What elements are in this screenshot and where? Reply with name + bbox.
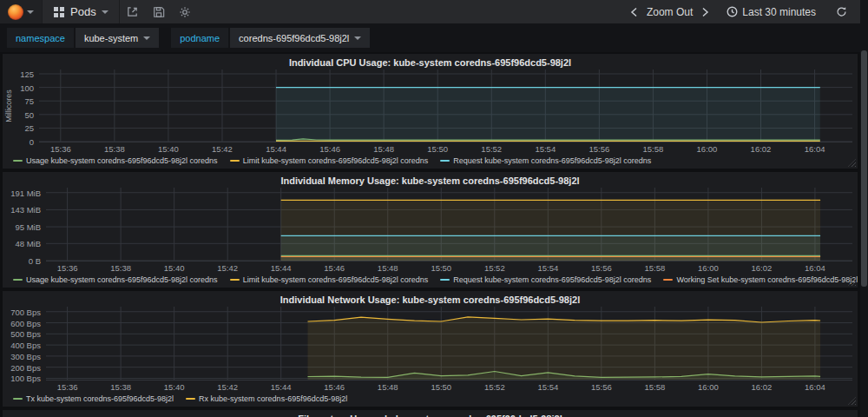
x-tick-label: 15:58	[643, 144, 664, 154]
x-tick-label: 15:50	[431, 382, 451, 392]
legend-item[interactable]: Limit kube-system coredns-695f96dcd5-98j…	[230, 156, 429, 165]
y-tick-label: 75	[24, 96, 34, 106]
x-tick-label: 15:52	[481, 144, 502, 154]
y-tick-label: 300 Bps	[10, 352, 41, 361]
settings-button[interactable]	[172, 0, 198, 23]
cpu-chart-plot[interactable]	[39, 70, 852, 142]
legend-item[interactable]: Usage kube-system coredns-695f96dcd5-98j…	[13, 275, 218, 284]
gear-icon	[179, 6, 191, 18]
x-tick-label: 15:50	[431, 263, 451, 273]
x-tick-label: 15:40	[164, 263, 185, 273]
x-tick-label: 15:56	[591, 382, 612, 392]
y-tick-label: 95 MiB	[15, 222, 41, 232]
legend-label: Request kube-system coredns-695f96dcd5-9…	[453, 275, 651, 284]
x-tick-label: 15:52	[484, 382, 505, 392]
x-axis-ticks: 15:3615:3815:4015:4215:4415:4615:4815:50…	[46, 381, 852, 393]
x-tick-label: 15:36	[50, 144, 71, 154]
x-tick-label: 15:48	[378, 382, 398, 392]
chevron-left-icon	[630, 7, 638, 17]
x-tick-label: 15:40	[158, 144, 179, 154]
legend-item[interactable]: Limit kube-system coredns-695f96dcd5-98j…	[230, 275, 429, 284]
panel-title[interactable]: Filesystem Usage: kube-system coredns-69…	[3, 412, 858, 417]
panel-network-usage: Individual Network Usage: kube-system co…	[3, 291, 858, 407]
memory-legend: Usage kube-system coredns-695f96dcd5-98j…	[3, 274, 858, 288]
variable-namespace-value: kube-system	[84, 33, 138, 43]
legend-item[interactable]: Usage kube-system coredns-695f96dcd5-98j…	[13, 156, 218, 165]
panel-title[interactable]: Individual CPU Usage: kube-system coredn…	[3, 56, 858, 70]
x-tick-label: 16:02	[751, 144, 772, 154]
legend-color-swatch	[663, 279, 673, 281]
save-button[interactable]	[146, 0, 172, 23]
grafana-logo-icon	[8, 4, 23, 20]
x-tick-label: 15:38	[110, 382, 131, 392]
x-tick-label: 15:44	[271, 263, 292, 273]
x-tick-label: 15:54	[537, 382, 558, 392]
x-tick-label: 15:50	[427, 144, 448, 154]
variable-namespace-label: namespace	[7, 28, 74, 48]
legend-color-swatch	[13, 398, 23, 400]
network-chart-plot[interactable]	[46, 307, 852, 381]
x-tick-label: 15:58	[644, 263, 665, 273]
legend-item[interactable]: Rx kube-system coredns-695f96dcd5-98j2l	[186, 394, 347, 403]
panel-filesystem-usage: Filesystem Usage: kube-system coredns-69…	[3, 410, 858, 417]
time-shift-forward-button[interactable]	[696, 7, 714, 17]
legend-color-swatch	[230, 160, 240, 162]
legend-label: Usage kube-system coredns-695f96dcd5-98j…	[26, 275, 218, 284]
x-axis-ticks: 15:3615:3815:4015:4215:4415:4615:4815:50…	[46, 261, 852, 274]
clock-icon	[727, 6, 738, 17]
panel-title[interactable]: Individual Network Usage: kube-system co…	[3, 293, 858, 307]
y-tick-label: 200 Bps	[10, 363, 41, 373]
variable-namespace-dropdown[interactable]: kube-system	[76, 28, 159, 48]
legend-color-swatch	[13, 160, 23, 162]
variable-podname-dropdown[interactable]: coredns-695f96dcd5-98j2l	[230, 28, 370, 48]
x-tick-label: 15:56	[591, 263, 612, 273]
legend-item[interactable]: Request kube-system coredns-695f96dcd5-9…	[440, 275, 651, 284]
dashboard-picker[interactable]: Pods	[42, 0, 120, 23]
refresh-button[interactable]	[828, 0, 854, 23]
legend-color-swatch	[440, 279, 450, 281]
y-tick-label: 143 MiB	[10, 205, 41, 215]
x-tick-label: 15:40	[164, 382, 185, 392]
x-tick-label: 15:48	[373, 144, 394, 154]
variable-podname: podname coredns-695f96dcd5-98j2l	[171, 28, 370, 48]
y-axis-caption: Millicores	[3, 70, 14, 142]
chevron-down-icon	[102, 10, 108, 17]
time-controls: Zoom Out Last 30 minutes	[625, 0, 868, 23]
x-tick-label: 16:00	[698, 263, 719, 273]
grafana-logo-menu[interactable]	[0, 0, 42, 23]
x-tick-label: 16:04	[805, 382, 825, 392]
legend-item[interactable]: Tx kube-system coredns-695f96dcd5-98j2l	[13, 394, 174, 403]
y-tick-label: 50	[24, 110, 34, 120]
time-shift-back-button[interactable]	[625, 7, 643, 17]
x-tick-label: 15:44	[271, 382, 292, 392]
y-tick-label: 0 B	[29, 256, 41, 266]
x-tick-label: 15:54	[537, 263, 558, 273]
legend-label: Working Set kube-system coredns-695f96dc…	[676, 275, 858, 284]
x-tick-label: 15:38	[110, 263, 131, 273]
panel-title[interactable]: Individual Memory Usage: kube-system cor…	[3, 174, 858, 188]
x-tick-label: 15:42	[212, 144, 233, 154]
legend-color-swatch	[440, 160, 450, 162]
legend-label: Usage kube-system coredns-695f96dcd5-98j…	[26, 156, 218, 165]
top-navbar: Pods Zoom Out Last 30 minutes	[0, 0, 868, 23]
x-tick-label: 15:52	[484, 263, 505, 273]
x-tick-label: 15:42	[217, 263, 238, 273]
chevron-down-icon	[27, 10, 34, 17]
legend-label: Request kube-system coredns-695f96dcd5-9…	[453, 156, 651, 165]
zoom-out-button[interactable]: Zoom Out	[647, 6, 693, 18]
time-range-label: Last 30 minutes	[742, 6, 816, 18]
x-tick-label: 16:04	[805, 263, 825, 273]
variable-podname-value: coredns-695f96dcd5-98j2l	[239, 33, 349, 43]
legend-item[interactable]: Working Set kube-system coredns-695f96dc…	[663, 275, 858, 284]
y-tick-label: 0	[30, 137, 34, 147]
memory-chart-plot[interactable]	[46, 188, 852, 261]
y-tick-label: 125	[20, 70, 34, 79]
time-range-picker[interactable]: Last 30 minutes	[718, 6, 825, 18]
y-tick-label: 48 MiB	[15, 239, 41, 248]
legend-item[interactable]: Request kube-system coredns-695f96dcd5-9…	[440, 156, 651, 165]
share-button[interactable]	[120, 0, 146, 23]
x-tick-label: 16:02	[752, 382, 773, 392]
chevron-right-icon	[701, 7, 709, 17]
scrollbar-thumb[interactable]	[861, 50, 867, 287]
share-icon	[126, 5, 139, 18]
